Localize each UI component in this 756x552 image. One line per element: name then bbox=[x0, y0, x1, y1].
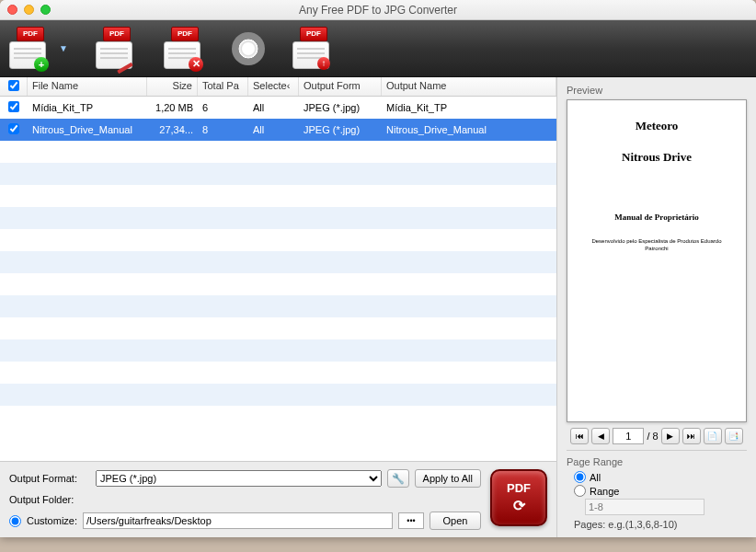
cell-filename: Nitrous_Drive_Manual bbox=[28, 122, 147, 137]
table-row[interactable]: Nitrous_Drive_Manual27,34...8AllJPEG (*.… bbox=[0, 119, 556, 141]
range-hint: Pages: e.g.(1,3,6,8-10) bbox=[574, 519, 747, 530]
cell-outfmt: JPEG (*.jpg) bbox=[299, 100, 382, 115]
page-total: 8 bbox=[652, 431, 658, 442]
range-input[interactable] bbox=[585, 499, 704, 515]
output-format-label: Output Format: bbox=[9, 473, 90, 484]
prev-page-button[interactable]: ◀ bbox=[591, 428, 610, 444]
export-button[interactable]: PDF ↑ bbox=[292, 29, 333, 69]
table-row[interactable]: Mídia_Kit_TP1,20 MB6AllJPEG (*.jpg)Mídia… bbox=[0, 97, 556, 119]
titlebar: Any Free PDF to JPG Converter bbox=[0, 0, 756, 20]
col-outname[interactable]: Output Name bbox=[382, 77, 556, 96]
customize-label: Customize: bbox=[27, 515, 77, 526]
page-range-label: Page Range bbox=[567, 456, 747, 467]
page-range-panel: Page Range All Range Pages: e.g.(1,3,6,8… bbox=[567, 450, 747, 530]
cell-outname: Mídia_Kit_TP bbox=[382, 100, 556, 115]
select-all-checkbox[interactable] bbox=[8, 80, 19, 91]
range-all-radio[interactable] bbox=[574, 471, 586, 483]
delete-icon: ✕ bbox=[189, 57, 203, 72]
up-arrow-icon: ↑ bbox=[317, 57, 330, 70]
cell-size: 27,34... bbox=[147, 122, 198, 137]
pdf-badge-icon: PDF bbox=[103, 27, 131, 41]
convert-button[interactable]: PDF ⟳ bbox=[490, 469, 547, 526]
sidebar: Preview Meteoro Nitrous Drive Manual de … bbox=[557, 77, 756, 537]
browse-button[interactable]: ••• bbox=[398, 512, 424, 529]
row-checkbox[interactable] bbox=[8, 123, 19, 134]
last-page-button[interactable]: ⏭ bbox=[682, 428, 701, 444]
cell-selected: All bbox=[248, 100, 299, 115]
cell-totalp: 8 bbox=[198, 122, 248, 137]
copy-page-button[interactable]: 📄 bbox=[704, 428, 722, 444]
next-page-button[interactable]: ▶ bbox=[661, 428, 680, 444]
table-header: File Name Size Total Pa Selecte‹ Output … bbox=[0, 77, 556, 97]
customize-radio[interactable] bbox=[9, 515, 21, 527]
cell-filename: Mídia_Kit_TP bbox=[28, 100, 147, 115]
window-title: Any Free PDF to JPG Converter bbox=[0, 4, 756, 17]
col-size[interactable]: Size bbox=[147, 77, 198, 96]
app-window: Any Free PDF to JPG Converter PDF + ▼ PD… bbox=[0, 0, 756, 537]
output-path-input[interactable] bbox=[83, 512, 393, 529]
range-range-radio[interactable] bbox=[574, 485, 586, 497]
col-selected[interactable]: Selecte‹ bbox=[248, 77, 299, 96]
edit-button[interactable]: PDF bbox=[96, 29, 136, 69]
pager: ⏮ ◀ / 8 ▶ ⏭ 📄 📑 bbox=[567, 428, 747, 444]
open-folder-button[interactable]: Open bbox=[430, 512, 481, 530]
cell-totalp: 6 bbox=[198, 100, 248, 115]
col-totalp[interactable]: Total Pa bbox=[198, 77, 248, 96]
cell-outfmt: JPEG (*.jpg) bbox=[299, 122, 382, 137]
pdf-badge-icon: PDF bbox=[300, 27, 327, 41]
preview-label: Preview bbox=[567, 85, 747, 96]
export-page-button[interactable]: 📑 bbox=[725, 428, 743, 444]
output-format-select[interactable]: JPEG (*.jpg) bbox=[96, 470, 382, 487]
output-panel: Output Format: JPEG (*.jpg) 🔧 Apply to A… bbox=[0, 461, 556, 537]
toolbar: PDF + ▼ PDF PDF ✕ PDF ↑ bbox=[0, 20, 756, 77]
preview-page: Meteoro Nitrous Drive Manual de Propriet… bbox=[567, 99, 747, 422]
col-filename[interactable]: File Name bbox=[28, 77, 147, 96]
cell-outname: Nitrous_Drive_Manual bbox=[382, 122, 556, 137]
format-settings-button[interactable]: 🔧 bbox=[387, 469, 409, 488]
file-table: File Name Size Total Pa Selecte‹ Output … bbox=[0, 77, 556, 461]
row-checkbox[interactable] bbox=[8, 101, 19, 112]
cell-size: 1,20 MB bbox=[147, 100, 198, 115]
output-folder-label: Output Folder: bbox=[9, 494, 90, 505]
apply-to-all-button[interactable]: Apply to All bbox=[415, 469, 481, 488]
remove-file-button[interactable]: PDF ✕ bbox=[164, 29, 204, 69]
settings-button[interactable] bbox=[232, 32, 265, 65]
pen-icon bbox=[117, 62, 133, 73]
add-dropdown-icon[interactable]: ▼ bbox=[59, 43, 68, 53]
col-outfmt[interactable]: Output Form bbox=[299, 77, 382, 96]
add-file-button[interactable]: PDF + bbox=[9, 29, 50, 69]
cell-selected: All bbox=[248, 122, 299, 137]
page-input[interactable] bbox=[613, 428, 644, 444]
plus-icon: + bbox=[34, 57, 49, 72]
first-page-button[interactable]: ⏮ bbox=[570, 428, 589, 444]
pdf-badge-icon: PDF bbox=[171, 27, 199, 41]
pdf-badge-icon: PDF bbox=[17, 27, 44, 41]
